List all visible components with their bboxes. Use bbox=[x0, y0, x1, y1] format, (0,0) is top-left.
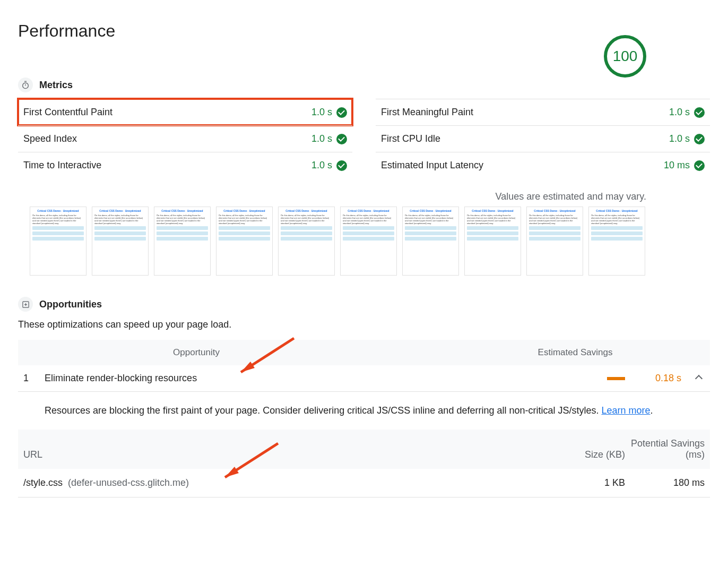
opportunity-savings: 0.18 s bbox=[628, 373, 681, 384]
opportunities-table-header: Opportunity Estimated Savings bbox=[18, 340, 710, 365]
opportunities-title: Opportunities bbox=[39, 299, 102, 310]
filmstrip-frame: Critical CSS Demo - UnoptimizedOn this d… bbox=[588, 207, 645, 276]
filmstrip-frame: Critical CSS Demo - UnoptimizedOn this d… bbox=[216, 207, 273, 276]
metrics-section-header: Metrics bbox=[18, 78, 710, 92]
opportunity-detail-text: Resources are blocking the first paint o… bbox=[45, 405, 602, 416]
metric-row[interactable]: Time to Interactive1.0 s bbox=[18, 152, 352, 178]
resource-savings: 180 ms bbox=[625, 477, 705, 488]
opportunities-section-header: Opportunities bbox=[18, 297, 710, 312]
metric-row[interactable]: Speed Index1.0 s bbox=[18, 125, 352, 152]
page-title: Performance bbox=[18, 21, 115, 41]
learn-more-link[interactable]: Learn more bbox=[602, 405, 651, 416]
check-circle-icon bbox=[694, 107, 705, 118]
metric-label: Estimated Input Latency bbox=[381, 160, 483, 171]
opportunities-description: These optimizations can speed up your pa… bbox=[18, 319, 710, 330]
check-circle-icon bbox=[694, 160, 705, 171]
filmstrip-frame: Critical CSS Demo - UnoptimizedOn this d… bbox=[92, 207, 149, 276]
stopwatch-icon bbox=[18, 78, 33, 92]
filmstrip: Critical CSS Demo - UnoptimizedOn this d… bbox=[30, 207, 710, 276]
metric-label: First CPU Idle bbox=[381, 133, 440, 144]
sparkle-icon bbox=[18, 297, 33, 312]
column-potential-savings: Potential Savings (ms) bbox=[625, 438, 705, 460]
metric-row[interactable]: First Contentful Paint1.0 s bbox=[18, 99, 352, 125]
filmstrip-frame: Critical CSS Demo - UnoptimizedOn this d… bbox=[278, 207, 335, 276]
filmstrip-frame: Critical CSS Demo - UnoptimizedOn this d… bbox=[30, 207, 86, 276]
metric-value: 10 ms bbox=[664, 160, 690, 171]
metrics-footnote: Values are estimated and may vary. bbox=[18, 191, 646, 202]
filmstrip-frame: Critical CSS Demo - UnoptimizedOn this d… bbox=[154, 207, 211, 276]
filmstrip-frame: Critical CSS Demo - UnoptimizedOn this d… bbox=[526, 207, 583, 276]
savings-bar bbox=[607, 377, 625, 380]
metric-label: First Meaningful Paint bbox=[381, 107, 473, 118]
metric-value: 1.0 s bbox=[669, 107, 690, 118]
resource-host: (defer-unused-css.glitch.me) bbox=[68, 477, 189, 488]
resource-path: /style.css bbox=[23, 477, 63, 488]
metrics-title: Metrics bbox=[39, 80, 73, 91]
check-circle-icon bbox=[336, 160, 347, 171]
svg-point-0 bbox=[23, 83, 29, 89]
filmstrip-frame: Critical CSS Demo - UnoptimizedOn this d… bbox=[464, 207, 521, 276]
metric-label: Speed Index bbox=[23, 133, 77, 144]
performance-score-gauge: 100 bbox=[604, 35, 646, 78]
chevron-up-icon[interactable] bbox=[695, 374, 703, 382]
column-url: URL bbox=[23, 449, 545, 460]
filmstrip-frame: Critical CSS Demo - UnoptimizedOn this d… bbox=[340, 207, 397, 276]
metric-value: 1.0 s bbox=[311, 133, 332, 144]
resources-table-header: URL Size (KB) Potential Savings (ms) bbox=[18, 430, 710, 469]
savings-bar-cell bbox=[469, 377, 628, 380]
metrics-grid: First Contentful Paint1.0 sFirst Meaning… bbox=[18, 99, 710, 178]
opportunity-name: Eliminate render-blocking resources bbox=[45, 373, 469, 384]
resource-size: 1 KB bbox=[545, 477, 625, 488]
column-size: Size (KB) bbox=[545, 449, 625, 460]
metric-label: Time to Interactive bbox=[23, 160, 101, 171]
column-savings: Estimated Savings bbox=[469, 347, 681, 358]
metric-row[interactable]: First Meaningful Paint1.0 s bbox=[376, 99, 710, 125]
metric-label: First Contentful Paint bbox=[23, 107, 112, 118]
check-circle-icon bbox=[336, 134, 347, 144]
metric-value: 1.0 s bbox=[311, 107, 332, 118]
opportunity-row[interactable]: 1 Eliminate render-blocking resources 0.… bbox=[18, 365, 710, 392]
metric-row[interactable]: First CPU Idle1.0 s bbox=[376, 125, 710, 152]
metric-row[interactable]: Estimated Input Latency10 ms bbox=[376, 152, 710, 178]
filmstrip-frame: Critical CSS Demo - UnoptimizedOn this d… bbox=[402, 207, 459, 276]
check-circle-icon bbox=[336, 107, 347, 118]
column-opportunity: Opportunity bbox=[23, 347, 220, 358]
check-circle-icon bbox=[694, 134, 705, 144]
opportunity-detail: Resources are blocking the first paint o… bbox=[18, 392, 710, 430]
metric-value: 1.0 s bbox=[311, 160, 332, 171]
opportunity-index: 1 bbox=[23, 373, 45, 384]
metric-value: 1.0 s bbox=[669, 133, 690, 144]
resource-row: /style.css (defer-unused-css.glitch.me) … bbox=[18, 469, 710, 498]
